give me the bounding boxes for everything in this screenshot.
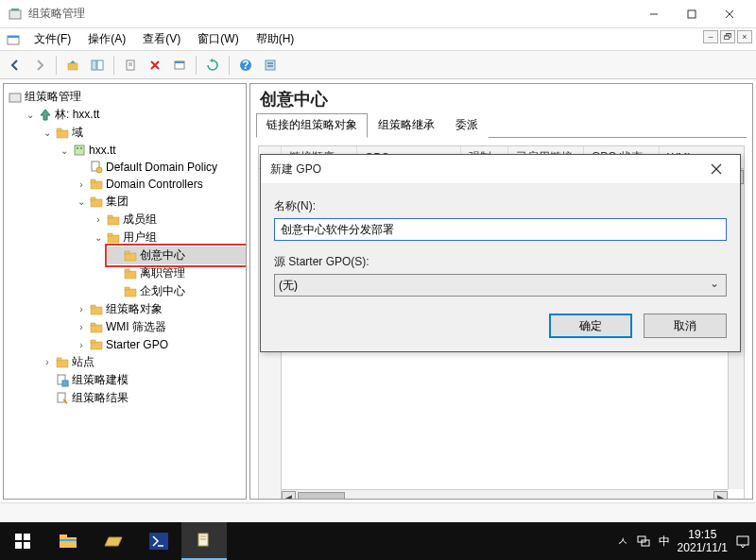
menu-window[interactable]: 窗口(W)	[190, 28, 246, 50]
tree-label: 组策略建模	[72, 372, 129, 388]
expand-icon[interactable]: ›	[42, 357, 53, 368]
properties-button[interactable]	[119, 54, 142, 76]
menu-file[interactable]: 文件(F)	[26, 28, 78, 50]
tree-root[interactable]: 组策略管理	[6, 88, 246, 106]
tree-dc[interactable]: › Domain Controllers	[74, 176, 246, 193]
tree-forest[interactable]: ⌄ 林: hxx.tt	[23, 106, 246, 124]
tree-users-ou[interactable]: ⌄ 用户组	[91, 229, 246, 246]
maximize-button[interactable]	[673, 1, 711, 27]
tray-clock[interactable]: 19:15 2021/11/1	[678, 528, 728, 555]
cancel-button[interactable]: 取消	[644, 314, 727, 338]
tree-wmi[interactable]: › WMI 筛选器	[74, 318, 246, 336]
svg-rect-28	[80, 147, 82, 149]
collapse-icon[interactable]: ⌄	[76, 196, 87, 208]
show-hide-tree-button[interactable]	[86, 54, 109, 76]
refresh-button[interactable]	[201, 54, 224, 76]
ou-icon	[106, 230, 121, 246]
ou-icon	[89, 177, 104, 192]
close-button[interactable]	[711, 1, 748, 27]
new-window-button[interactable]	[168, 54, 191, 76]
task-folder[interactable]	[91, 522, 136, 560]
tree-domain[interactable]: ⌄ hxx.tt	[57, 142, 246, 159]
minimize-button[interactable]	[635, 1, 673, 27]
tab-inheritance[interactable]: 组策略继承	[368, 113, 445, 138]
modeling-icon	[55, 373, 70, 388]
tree-ent-center[interactable]: 企划中心	[108, 282, 246, 300]
tree-modeling[interactable]: 组策略建模	[40, 371, 246, 389]
tree-label: 企划中心	[140, 283, 185, 299]
tree-label: 离职管理	[140, 265, 185, 281]
mdi-close-button[interactable]: ×	[737, 30, 752, 43]
forward-button[interactable]	[28, 54, 51, 76]
tree-domains[interactable]: ⌄ 域	[40, 124, 246, 142]
tree-gpo-objects[interactable]: › 组策略对象	[74, 300, 246, 318]
svg-rect-44	[125, 287, 129, 290]
gpo-name-input[interactable]	[274, 218, 727, 241]
tray-network-icon[interactable]	[636, 535, 651, 548]
dialog-close-button[interactable]	[702, 158, 730, 180]
tree-label: 组策略结果	[72, 390, 129, 406]
svg-rect-0	[9, 10, 21, 19]
console-tree[interactable]: 组策略管理 ⌄ 林: hxx.tt ⌄ 域 ⌄	[3, 83, 247, 500]
tree-label: 创意中心	[140, 247, 185, 263]
collapse-icon[interactable]: ⌄	[42, 127, 53, 139]
expand-icon[interactable]: ›	[76, 339, 87, 350]
scroll-left-icon[interactable]: ◀	[282, 491, 296, 501]
svg-rect-23	[9, 93, 21, 102]
tab-delegation[interactable]: 委派	[445, 113, 489, 138]
mdi-minimize-button[interactable]: –	[703, 30, 718, 43]
tree-starter-gpo[interactable]: › Starter GPO	[74, 336, 246, 353]
task-powershell[interactable]	[136, 522, 181, 560]
expand-icon[interactable]: ›	[93, 214, 104, 226]
source-starter-gpo-select[interactable]: (无)	[274, 274, 727, 297]
scroll-thumb[interactable]	[298, 492, 345, 501]
tree-label: Default Domain Policy	[106, 161, 217, 174]
menu-view[interactable]: 查看(V)	[135, 28, 188, 50]
horizontal-scrollbar[interactable]: ◀ ▶	[282, 489, 728, 500]
collapse-icon[interactable]: ⌄	[25, 110, 36, 121]
menu-action[interactable]: 操作(A)	[80, 28, 133, 50]
tab-linked-gpos[interactable]: 链接的组策略对象	[256, 113, 368, 138]
tree-sites[interactable]: › 站点	[40, 353, 246, 371]
start-button[interactable]	[0, 522, 45, 560]
tree-leave-mgmt[interactable]: 离职管理	[108, 264, 246, 282]
tree-label: 用户组	[123, 229, 157, 246]
svg-rect-64	[60, 539, 77, 541]
svg-rect-27	[77, 147, 78, 149]
menu-help[interactable]: 帮助(H)	[249, 28, 302, 50]
options-button[interactable]	[259, 54, 282, 76]
tray-time: 19:15	[678, 528, 728, 541]
toolbar: ?	[0, 51, 756, 79]
collapse-icon[interactable]: ⌄	[93, 232, 104, 244]
tree-label: 组策略管理	[25, 89, 81, 105]
tree-ddp[interactable]: Default Domain Policy	[74, 159, 246, 176]
collapse-icon[interactable]: ⌄	[59, 144, 70, 156]
svg-rect-63	[60, 535, 67, 538]
expand-icon[interactable]: ›	[76, 304, 87, 315]
expand-icon[interactable]: ›	[76, 178, 87, 190]
tray-date: 2021/11/1	[678, 541, 728, 554]
svg-rect-72	[737, 536, 748, 545]
task-gpmc[interactable]	[181, 522, 227, 560]
ou-icon	[123, 266, 138, 281]
back-button[interactable]	[4, 54, 26, 76]
scroll-right-icon[interactable]: ▶	[713, 491, 728, 501]
delete-button[interactable]	[144, 54, 166, 76]
tree-creative-center[interactable]: 创意中心	[108, 246, 246, 264]
tree-results[interactable]: 组策略结果	[40, 389, 246, 407]
tray-notifications-icon[interactable]	[735, 534, 750, 549]
mdi-restore-button[interactable]: 🗗	[720, 30, 735, 43]
help-button[interactable]: ?	[234, 54, 257, 76]
svg-text:?: ?	[242, 59, 249, 72]
task-explorer[interactable]	[45, 522, 91, 560]
svg-rect-32	[91, 179, 95, 182]
expand-icon[interactable]: ›	[76, 322, 87, 333]
tree-group-ou[interactable]: ⌄ 集团	[74, 193, 246, 211]
tree-members-ou[interactable]: › 成员组	[91, 211, 246, 229]
svg-rect-54	[62, 381, 68, 386]
tray-up-icon[interactable]: ㅅ	[617, 534, 628, 550]
svg-point-30	[96, 167, 102, 173]
up-button[interactable]	[61, 54, 84, 76]
tray-ime[interactable]: 中	[659, 534, 670, 550]
ok-button[interactable]: 确定	[549, 314, 632, 338]
